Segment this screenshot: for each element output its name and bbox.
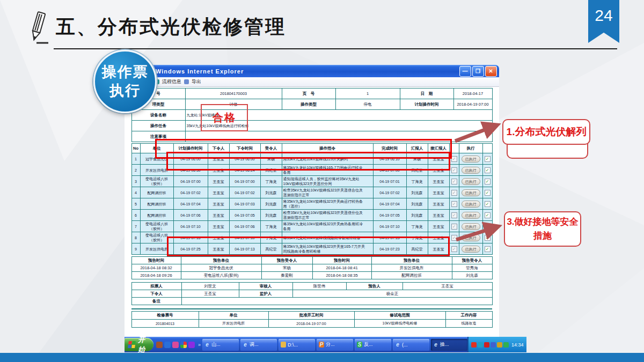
taskbar-task-button[interactable]: D:\... — [279, 339, 315, 351]
confirm-checkbox[interactable]: ✓ — [485, 201, 491, 207]
executed-button[interactable]: 已执行 — [462, 167, 480, 174]
clock: 14:34 — [511, 342, 524, 348]
cell-report-time: 2018-04-18 08:41 — [312, 264, 371, 272]
cell-plan-time: 04-19 07:06 — [173, 210, 208, 221]
confirm-checkbox[interactable]: ✓ — [485, 235, 491, 241]
tray-icon[interactable] — [484, 342, 489, 348]
chevron-icon[interactable]: » — [198, 342, 201, 348]
cell-report-receiver: 王圣宝 — [428, 210, 449, 221]
cell-reporter: 丁海龙 — [406, 221, 428, 232]
confirm-checkbox[interactable]: ✓ — [485, 156, 491, 162]
cell-order-time: 04-19 07:02 — [229, 187, 260, 198]
confirm-checkbox[interactable]: ✓ — [485, 190, 491, 196]
maximize-button[interactable]: ❐ — [472, 66, 484, 77]
quick-launch-icon[interactable] — [156, 342, 163, 348]
confirm-checkbox[interactable]: ✓ — [485, 212, 491, 218]
confirm-checkbox[interactable]: ✓ — [485, 179, 491, 184]
row-checkbox[interactable]: ✓ — [451, 156, 457, 162]
badge-line1: 操作票 — [102, 63, 149, 82]
cell-reporter: 刘兆森 — [406, 187, 428, 198]
row-checkbox[interactable]: ✓ — [451, 224, 457, 230]
executed-button[interactable]: 已执行 — [462, 246, 480, 253]
row-checkbox[interactable]: ✓ — [451, 190, 457, 196]
report-table: 预告时间预告单位 预告受令人预告时间 预告单位预告受令人 2018-04-18 … — [131, 256, 493, 279]
task-label: 操作任务 — [131, 121, 185, 131]
task-icon: e — [204, 342, 210, 348]
cell-instruction: 检查35kV九龙站10kV双峰线323开关遥信合位及 遥测值指示正常 — [282, 187, 373, 198]
cell-no: 7 — [131, 221, 140, 232]
operation-type-label: 操作类型 — [282, 99, 335, 110]
repair-table-header: 检修票号单位 批准开工时间修试电范围 工作内容 — [131, 312, 492, 320]
cell-no: 9 — [131, 243, 140, 255]
tray-icon[interactable] — [491, 342, 496, 348]
confirm-checkbox[interactable]: ✓ — [485, 224, 491, 230]
row-checkbox[interactable]: ✓ — [451, 235, 457, 241]
cell-reporter: 丁海龙 — [406, 176, 428, 187]
cell-receiver: 丁海龙 — [260, 176, 282, 187]
taskbar-task-button[interactable]: e (... — [393, 339, 429, 351]
quick-launch-icon[interactable] — [172, 342, 179, 348]
cell-receiver: 丁海龙 — [260, 221, 282, 232]
cell-orderer: 王圣宝 — [208, 221, 229, 232]
confirm-checkbox[interactable]: ✓ — [485, 167, 491, 173]
taskbar-task-button[interactable]: P 分... — [317, 339, 353, 351]
minimize-button[interactable]: — — [459, 66, 471, 77]
executed-button[interactable]: 已执行 — [462, 201, 480, 208]
window-toolbar: 流程信息 导出 — [125, 77, 499, 87]
cell-no: 4 — [131, 187, 140, 198]
executed-button[interactable]: 已执行 — [462, 223, 480, 230]
taskbar-task-button[interactable]: e 调... — [240, 339, 277, 351]
cell-orderer: 王圣宝 — [208, 210, 229, 221]
row-checkbox[interactable]: ✓ — [451, 179, 457, 184]
remark-label: 备注 — [131, 298, 181, 305]
cell-report-unit: 变电运维八班(胶州) — [181, 272, 261, 279]
executed-button[interactable]: 已执行 — [462, 212, 480, 219]
cell-reporter: 刘兆森 — [406, 210, 428, 221]
start-button[interactable]: 开始 — [125, 338, 153, 351]
tray-icon[interactable] — [471, 342, 477, 348]
executed-button[interactable]: 已执行 — [462, 178, 480, 185]
title-underline — [54, 48, 617, 49]
quick-launch-icon[interactable] — [180, 342, 187, 348]
cell-report-person: 管秀海 — [452, 264, 492, 272]
tray-icon[interactable] — [503, 342, 509, 348]
cell-report-person: 秦爱刚 — [261, 272, 312, 279]
cell-receiver: 刘兆森 — [260, 210, 282, 221]
row-checkbox[interactable]: ✓ — [451, 246, 457, 252]
confirm-checkbox[interactable]: ✓ — [485, 246, 491, 252]
orderer-label: 下令人 — [131, 290, 181, 298]
task-label: 调... — [250, 341, 259, 348]
tray-icon[interactable] — [478, 342, 483, 348]
cell-report-time: 2018-04-18 09:26 — [131, 272, 181, 279]
executed-button[interactable]: 已执行 — [462, 234, 480, 241]
cell-unit: 配网调控班 — [140, 210, 173, 221]
cell-unit: 配网调控班 — [140, 187, 173, 198]
row-checkbox[interactable]: ✓ — [451, 201, 457, 207]
cell-no: 1 — [131, 153, 140, 165]
quick-launch-icon[interactable] — [188, 342, 195, 348]
row-checkbox[interactable]: ✓ — [451, 167, 457, 173]
report-row: 2018-04-18 08:32 冠宇食品光伏 宋杨 2018-04-18 08… — [131, 264, 492, 272]
cell-unit: 变电运维八班 （胶州） — [140, 176, 173, 187]
operation-row: 6 配网调控班 04-19 07:06 王圣宝 04-19 07:05 刘兆森 … — [131, 210, 492, 221]
page-title: 五、分布式光伏检修管理 — [56, 14, 286, 40]
close-button[interactable]: ✕ — [485, 66, 497, 77]
menu-process-info[interactable]: 流程信息 — [162, 78, 181, 85]
window-titlebar[interactable]: Windows Internet Explorer — ❐ ✕ — [125, 65, 499, 77]
quick-launch-icon[interactable] — [164, 342, 171, 348]
tray-icon[interactable] — [497, 342, 502, 348]
operation-row: 4 配网调控班 04-19 07:02 王圣宝 04-19 07:02 刘兆森 … — [131, 187, 492, 198]
taskbar-task-button[interactable]: e 操... — [431, 339, 467, 351]
taskbar-task-button[interactable]: S 反... — [355, 339, 391, 351]
executed-button[interactable]: 已执行 — [462, 189, 480, 196]
cell-unit: 变电运维八班 （胶州） — [140, 221, 173, 232]
task-label: D:\... — [288, 342, 298, 348]
taskbar-task-button[interactable]: e 山... — [202, 339, 239, 351]
row-checkbox[interactable]: ✓ — [451, 212, 457, 218]
task-label: 分... — [326, 341, 335, 348]
menu-export[interactable]: 导出 — [192, 78, 201, 85]
report-table-header: 预告时间预告单位 预告受令人预告时间 预告单位预告受令人 — [131, 257, 492, 264]
executed-button[interactable]: 已执行 — [462, 156, 480, 162]
window-controls: — ❐ ✕ — [459, 66, 497, 77]
highlight-rect-row9 — [167, 237, 450, 256]
